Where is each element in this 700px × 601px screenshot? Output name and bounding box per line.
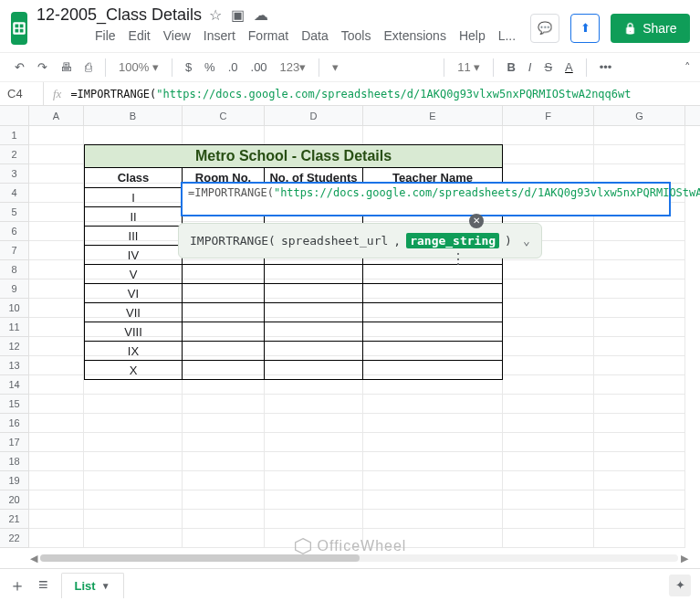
- svg-rect-2: [20, 24, 24, 27]
- helper-menu-icon[interactable]: ⋮: [451, 250, 465, 268]
- row-header-1[interactable]: 1: [0, 126, 28, 145]
- column-header-F[interactable]: F: [503, 106, 594, 125]
- percent-button[interactable]: %: [199, 57, 221, 78]
- row-header-13[interactable]: 13: [0, 356, 28, 375]
- row-header-3[interactable]: 3: [0, 164, 28, 184]
- cell-formula-editor[interactable]: =IMPORTRANGE("https://docs.google.com/sp…: [181, 182, 671, 216]
- row-headers: 12345678910111213141516171819202122: [0, 126, 29, 548]
- row-header-18[interactable]: 18: [0, 452, 28, 471]
- helper-arg2-active: range_string: [406, 233, 499, 248]
- class-details-table: Metro School - Class Details Class Room …: [84, 144, 503, 380]
- sheet-tab-dropdown-icon[interactable]: ▼: [101, 581, 110, 591]
- menu-file[interactable]: File: [89, 26, 121, 45]
- explore-button[interactable]: ✦: [669, 575, 691, 596]
- table-title: Metro School - Class Details: [84, 144, 503, 168]
- document-title[interactable]: 12-2005_Class Details: [37, 5, 202, 25]
- row-header-11[interactable]: 11: [0, 318, 28, 337]
- strikethrough-button[interactable]: S: [538, 57, 558, 78]
- menu-help[interactable]: Help: [454, 26, 491, 45]
- row-header-2[interactable]: 2: [0, 145, 28, 164]
- column-header-D[interactable]: D: [265, 106, 363, 125]
- fx-label: fx: [44, 87, 70, 101]
- move-icon[interactable]: ▣: [231, 6, 245, 24]
- menu-format[interactable]: Format: [243, 26, 294, 45]
- helper-function-name: IMPORTRANGE(: [190, 234, 276, 248]
- menu-edit[interactable]: Edit: [123, 26, 156, 45]
- all-sheets-button[interactable]: ≡: [38, 575, 48, 595]
- table-row: VI: [84, 284, 503, 303]
- present-button[interactable]: ⬆: [570, 14, 600, 43]
- more-toolbar-button[interactable]: •••: [594, 57, 618, 78]
- row-header-14[interactable]: 14: [0, 375, 28, 395]
- print-button[interactable]: 🖶: [55, 57, 78, 78]
- horizontal-scrollbar[interactable]: ◀ ▶: [27, 552, 691, 564]
- currency-button[interactable]: $: [180, 57, 197, 78]
- add-sheet-button[interactable]: ＋: [9, 575, 26, 596]
- row-header-21[interactable]: 21: [0, 510, 28, 529]
- table-row: VII: [84, 303, 503, 322]
- column-header-A[interactable]: A: [29, 106, 84, 125]
- menu-data[interactable]: Data: [296, 26, 334, 45]
- table-row: V: [84, 265, 503, 284]
- star-icon[interactable]: ☆: [209, 6, 222, 24]
- menu-tools[interactable]: Tools: [336, 26, 377, 45]
- menu-insert[interactable]: Insert: [198, 26, 241, 45]
- helper-arg1: spreadsheet_url: [281, 234, 388, 248]
- header-class: Class: [84, 168, 183, 188]
- redo-button[interactable]: ↷: [32, 57, 53, 78]
- row-header-20[interactable]: 20: [0, 490, 28, 510]
- column-header-G[interactable]: G: [594, 106, 685, 125]
- undo-button[interactable]: ↶: [9, 57, 30, 78]
- font-size-select[interactable]: 11 ▾: [452, 58, 486, 76]
- collapse-toolbar-icon[interactable]: ˄: [684, 60, 691, 74]
- select-all-corner[interactable]: [0, 106, 29, 126]
- formula-helper-tooltip: IMPORTRANGE( spreadsheet_url, range_stri…: [178, 223, 542, 258]
- cloud-icon[interactable]: ☁: [254, 6, 268, 24]
- number-format-select[interactable]: 123▾: [275, 58, 312, 76]
- menu-l[interactable]: L...: [493, 26, 521, 45]
- row-header-4[interactable]: 4: [0, 184, 28, 203]
- menu-bar: FileEditViewInsertFormatDataToolsExtensi…: [37, 25, 521, 50]
- table-row: VIII: [84, 322, 503, 342]
- row-header-5[interactable]: 5: [0, 203, 28, 222]
- svg-rect-3: [16, 28, 19, 32]
- text-color-button[interactable]: A: [559, 57, 579, 78]
- font-select[interactable]: ▾: [327, 58, 436, 76]
- row-header-10[interactable]: 10: [0, 299, 28, 318]
- row-header-12[interactable]: 12: [0, 337, 28, 356]
- sheets-logo[interactable]: [11, 12, 27, 45]
- row-header-16[interactable]: 16: [0, 414, 28, 433]
- scroll-right-icon[interactable]: ▶: [678, 553, 691, 564]
- decrease-decimal-button[interactable]: .0: [223, 57, 244, 78]
- zoom-select[interactable]: 100% ▾: [113, 58, 164, 76]
- column-header-C[interactable]: C: [183, 106, 265, 125]
- row-header-15[interactable]: 15: [0, 395, 28, 414]
- menu-view[interactable]: View: [158, 26, 196, 45]
- helper-expand-icon[interactable]: ⌄: [523, 234, 530, 248]
- toolbar: ↶ ↷ 🖶 ⎙ 100% ▾ $ % .0 .00 123▾ ▾ 11 ▾ B …: [0, 52, 700, 82]
- svg-rect-0: [13, 22, 26, 35]
- paint-format-button[interactable]: ⎙: [79, 57, 98, 78]
- close-editor-icon[interactable]: ✕: [469, 214, 484, 228]
- sheet-tab-list[interactable]: List▼: [61, 573, 124, 598]
- svg-rect-4: [20, 28, 24, 32]
- bold-button[interactable]: B: [501, 57, 520, 78]
- comments-button[interactable]: 💬: [530, 14, 559, 43]
- row-header-9[interactable]: 9: [0, 279, 28, 299]
- share-button[interactable]: Share: [611, 14, 689, 43]
- row-header-7[interactable]: 7: [0, 241, 28, 260]
- row-header-6[interactable]: 6: [0, 222, 28, 241]
- name-box[interactable]: C4: [0, 82, 44, 105]
- increase-decimal-button[interactable]: .00: [246, 57, 273, 78]
- table-row: IX: [84, 342, 503, 361]
- column-headers: ABCDEFG: [29, 106, 700, 126]
- column-header-B[interactable]: B: [84, 106, 183, 125]
- row-header-8[interactable]: 8: [0, 260, 28, 279]
- italic-button[interactable]: I: [523, 57, 538, 78]
- row-header-19[interactable]: 19: [0, 471, 28, 490]
- row-header-17[interactable]: 17: [0, 433, 28, 452]
- column-header-E[interactable]: E: [363, 106, 503, 125]
- formula-bar-input[interactable]: =IMPORTRANGE("https://docs.google.com/sp…: [70, 88, 700, 100]
- menu-extensions[interactable]: Extensions: [378, 26, 451, 45]
- scroll-left-icon[interactable]: ◀: [27, 553, 40, 564]
